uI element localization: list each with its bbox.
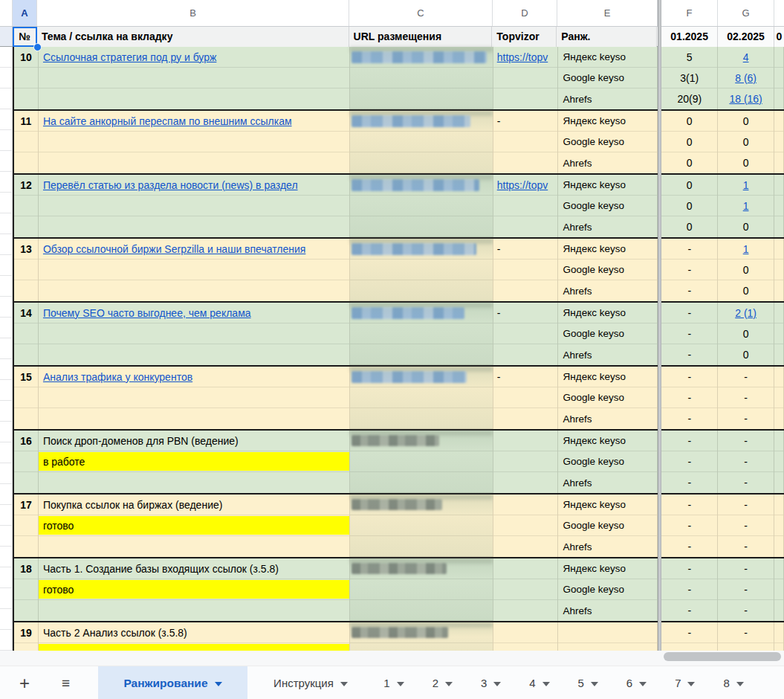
cell-topvizor[interactable]: - (493, 239, 558, 301)
dropdown-icon[interactable] (687, 682, 695, 686)
cell-month2-values[interactable]: --- (718, 367, 774, 429)
rank-link[interactable]: 1 (718, 243, 774, 255)
cell-number[interactable]: 17 (14, 495, 39, 557)
horizontal-scrollbar-thumb[interactable] (664, 652, 781, 661)
rank-link[interactable]: 1 (718, 200, 774, 212)
column-header-d[interactable]: D (493, 0, 557, 26)
header-cell-month2[interactable]: 02.2025 (718, 27, 774, 47)
cell-url-redacted[interactable] (350, 303, 493, 365)
topic-link[interactable]: Анализ трафика у конкурентов (39, 371, 192, 383)
header-cell-topvizor[interactable]: Topvizor (492, 27, 557, 47)
cell-topvizor[interactable] (493, 495, 558, 557)
cell-month2-values[interactable]: --- (718, 495, 774, 557)
dropdown-icon[interactable] (493, 682, 501, 686)
cell-month2-values[interactable]: 48 (6)18 (16) (718, 47, 774, 109)
cell-month2-values[interactable]: 110 (718, 175, 774, 237)
cell-next-month-clipped[interactable] (774, 431, 784, 493)
cell-engines[interactable]: Яндекс keysoGoogle keysoAhrefs (558, 303, 658, 365)
cell-number[interactable]: 15 (14, 367, 39, 429)
cell-engines[interactable]: Яндекс keysoGoogle keysoAhrefs (558, 239, 658, 301)
tab-sheet-3[interactable]: 3 (469, 666, 514, 699)
tab-sheet-5[interactable]: 5 (566, 666, 610, 699)
cell-next-month-clipped[interactable] (774, 367, 784, 429)
topic-link[interactable]: Почему SEO часто выгоднее, чем реклама (39, 307, 251, 319)
cell-month2-values[interactable]: 000 (718, 111, 774, 173)
cell-topvizor[interactable] (493, 431, 558, 493)
rank-link[interactable]: 4 (718, 51, 774, 63)
cell-engines[interactable]: Яндекс keysoGoogle keysoAhrefs (558, 47, 658, 109)
cell-url-redacted[interactable] (350, 495, 493, 557)
cell-topic[interactable]: Анализ трафика у конкурентов (39, 367, 350, 429)
cell-next-month-clipped[interactable] (774, 495, 784, 557)
cell-month1-values[interactable]: --- (661, 558, 718, 621)
header-cell-month1[interactable]: 01.2025 (661, 27, 718, 47)
fill-handle[interactable] (33, 43, 42, 51)
cell-month1-values[interactable]: --- (661, 431, 718, 493)
cell-url-redacted[interactable] (350, 175, 493, 237)
cell-url-redacted[interactable] (350, 111, 493, 173)
tab-sheet-1[interactable]: 1 (372, 666, 416, 699)
cell-month1-values[interactable]: --- (661, 495, 718, 557)
cell-number[interactable]: 12 (14, 175, 39, 237)
cell-topic[interactable]: На сайте анкорный переспам по внешним сс… (39, 111, 350, 173)
cell-topvizor[interactable] (493, 558, 558, 621)
dropdown-icon[interactable] (340, 682, 348, 686)
cell-next-month-clipped[interactable] (774, 175, 784, 237)
cell-month2-values[interactable]: 100 (718, 239, 774, 301)
cell-topvizor[interactable]: - (493, 367, 558, 429)
cell-topic[interactable]: Покупка ссылок на биржах (ведение)готово (39, 495, 350, 557)
header-cell-rank[interactable]: Ранж. (557, 27, 657, 47)
cell-engines[interactable]: Яндекс keysoGoogle keysoAhrefs (558, 495, 658, 557)
topic-link[interactable]: Перевёл статью из раздела новости (news)… (39, 179, 298, 191)
cell-url-redacted[interactable] (350, 367, 493, 429)
tab-ranking-active[interactable]: Ранжирование (98, 666, 247, 699)
cell-topvizor[interactable]: https://topv (493, 47, 558, 109)
dropdown-icon[interactable] (215, 682, 222, 686)
cell-engines[interactable]: Яндекс keysoGoogle keysoAhrefs (558, 558, 658, 621)
cell-month2-values[interactable]: 2 (1)00 (718, 303, 774, 365)
cell-next-month-clipped[interactable] (774, 47, 784, 109)
cell-month1-values[interactable]: 000 (661, 111, 718, 173)
cell-next-month-clipped[interactable] (774, 303, 784, 365)
topic-link[interactable]: Ссылочная стратегия под ру и бурж (39, 51, 216, 63)
cell-month1-values[interactable]: 000 (661, 175, 718, 237)
all-sheets-menu-button[interactable]: ≡ (52, 666, 79, 699)
dropdown-icon[interactable] (591, 682, 598, 686)
status-cell[interactable]: в работе (39, 452, 349, 471)
rank-link[interactable]: 18 (16) (718, 93, 774, 105)
cell-topic[interactable]: Перевёл статью из раздела новости (news)… (39, 175, 350, 237)
topic-link[interactable]: Обзор ссылочной биржи Serpzilla и наши в… (39, 243, 305, 255)
cell-engines[interactable]: Яндекс keysoGoogle keysoAhrefs (558, 175, 658, 237)
tab-sheet-6[interactable]: 6 (615, 666, 659, 699)
cell-month1-values[interactable]: 53(1)20(9) (661, 47, 718, 109)
column-header-a[interactable]: A (13, 0, 37, 26)
header-cell-topic[interactable]: Тема / ссылка на вкладку (37, 27, 349, 47)
cell-month2-values[interactable]: --- (718, 431, 774, 493)
cell-number[interactable]: 11 (14, 111, 39, 173)
add-sheet-button[interactable]: + (13, 666, 36, 699)
cell-next-month-clipped[interactable] (774, 111, 784, 173)
cell-engines[interactable]: Яндекс keysoGoogle keysoAhrefs (558, 367, 658, 429)
cell-url-redacted[interactable] (350, 239, 493, 301)
column-header-e[interactable]: E (557, 0, 658, 26)
cell-url-redacted[interactable] (350, 431, 493, 493)
cell-number[interactable]: 16 (14, 431, 39, 493)
cell-month1-values[interactable]: --- (661, 239, 718, 301)
cell-url-redacted[interactable] (350, 47, 493, 109)
cell-topic[interactable]: Ссылочная стратегия под ру и бурж (39, 47, 350, 109)
rank-link[interactable]: 8 (6) (718, 72, 774, 84)
header-cell-url[interactable]: URL размещения (349, 27, 493, 47)
column-header-g[interactable]: G (718, 0, 774, 26)
cell-topvizor[interactable]: - (493, 111, 558, 173)
rank-link[interactable]: 2 (1) (718, 307, 774, 319)
tab-sheet-8[interactable]: 8 (711, 666, 756, 699)
tab-sheet-4[interactable]: 4 (517, 666, 562, 699)
cell-engines[interactable]: Яндекс keysoGoogle keysoAhrefs (558, 431, 658, 493)
cell-month2-values[interactable]: --- (718, 558, 774, 621)
status-cell[interactable]: готово (39, 516, 349, 535)
column-header-c[interactable]: C (349, 0, 493, 26)
topvizor-link[interactable]: https://topv (493, 51, 548, 63)
tab-sheet-2[interactable]: 2 (420, 666, 464, 699)
cell-topic[interactable]: Почему SEO часто выгоднее, чем реклама (39, 303, 350, 365)
topvizor-link[interactable]: https://topv (493, 179, 548, 191)
